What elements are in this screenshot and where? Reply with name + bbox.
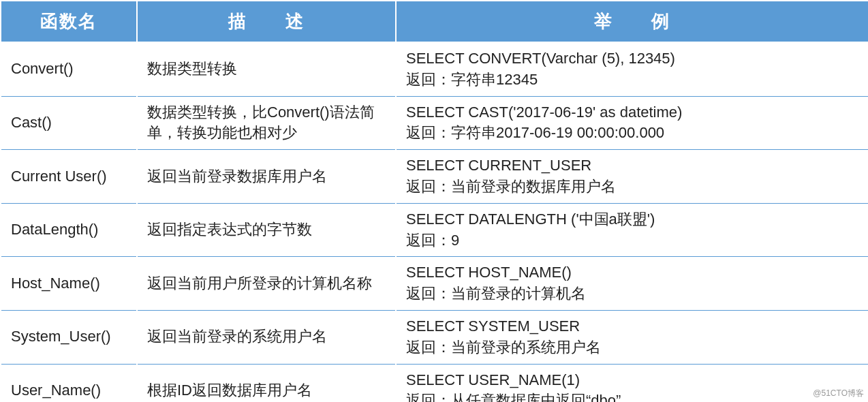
fn-desc: 返回当前登录数据库用户名: [137, 150, 396, 204]
table-row: Cast() 数据类型转换，比Convert()语法简单，转换功能也相对少 SE…: [1, 96, 868, 150]
table-row: Host_Name() 返回当前用户所登录的计算机名称 SELECT HOST_…: [1, 257, 868, 311]
watermark-text: @51CTO博客: [813, 388, 864, 399]
example-line2: 返回：字符串2017-06-19 00:00:00.000: [406, 123, 858, 144]
table-row: Convert() 数据类型转换 SELECT CONVERT(Varchar …: [1, 42, 868, 96]
fn-example: SELECT CAST('2017-06-19' as datetime) 返回…: [396, 96, 868, 150]
example-line2: 返回：9: [406, 230, 858, 251]
example-line1: SELECT HOST_NAME(): [406, 262, 858, 283]
fn-example: SELECT HOST_NAME() 返回：当前登录的计算机名: [396, 257, 868, 311]
example-line1: SELECT CAST('2017-06-19' as datetime): [406, 102, 858, 123]
fn-example: SELECT USER_NAME(1) 返回：从任意数据库中返回“dbo”: [396, 364, 868, 402]
header-example: 举 例: [396, 1, 868, 42]
fn-example: SELECT DATALENGTH ('中国a联盟') 返回：9: [396, 203, 868, 257]
fn-name: User_Name(): [1, 364, 137, 402]
fn-desc: 返回当前登录的系统用户名: [137, 310, 396, 364]
example-line2: 返回：当前登录的系统用户名: [406, 337, 858, 358]
table-row: DataLength() 返回指定表达式的字节数 SELECT DATALENG…: [1, 203, 868, 257]
sql-functions-table: 函数名 描 述 举 例 Convert() 数据类型转换 SELECT CONV…: [0, 0, 868, 402]
fn-example: SELECT CURRENT_USER 返回：当前登录的数据库用户名: [396, 150, 868, 204]
example-line1: SELECT DATALENGTH ('中国a联盟'): [406, 209, 858, 230]
example-line2: 返回：当前登录的计算机名: [406, 283, 858, 305]
example-line1: SELECT CONVERT(Varchar (5), 12345): [406, 48, 858, 69]
fn-example: SELECT CONVERT(Varchar (5), 12345) 返回：字符…: [396, 42, 868, 96]
fn-example: SELECT SYSTEM_USER 返回：当前登录的系统用户名: [396, 310, 868, 364]
fn-desc: 返回当前用户所登录的计算机名称: [137, 257, 396, 311]
example-line1: SELECT SYSTEM_USER: [406, 316, 858, 337]
fn-desc: 返回指定表达式的字节数: [137, 203, 396, 257]
fn-desc: 数据类型转换，比Convert()语法简单，转换功能也相对少: [137, 96, 396, 150]
fn-name: System_User(): [1, 310, 137, 364]
fn-name: DataLength(): [1, 203, 137, 257]
table-row: User_Name() 根据ID返回数据库用户名 SELECT USER_NAM…: [1, 364, 868, 402]
example-line2: 返回：当前登录的数据库用户名: [406, 176, 858, 198]
table-row: Current User() 返回当前登录数据库用户名 SELECT CURRE…: [1, 150, 868, 204]
header-desc: 描 述: [137, 1, 396, 42]
fn-name: Cast(): [1, 96, 137, 150]
table-header-row: 函数名 描 述 举 例: [1, 1, 868, 42]
fn-desc: 数据类型转换: [137, 42, 396, 96]
fn-name: Host_Name(): [1, 257, 137, 311]
header-name: 函数名: [1, 1, 137, 42]
example-line1: SELECT USER_NAME(1): [406, 370, 858, 391]
fn-name: Current User(): [1, 150, 137, 204]
example-line1: SELECT CURRENT_USER: [406, 155, 858, 176]
table-row: System_User() 返回当前登录的系统用户名 SELECT SYSTEM…: [1, 310, 868, 364]
fn-name: Convert(): [1, 42, 137, 96]
example-line2: 返回：字符串12345: [406, 69, 858, 91]
fn-desc: 根据ID返回数据库用户名: [137, 364, 396, 402]
example-line2: 返回：从任意数据库中返回“dbo”: [406, 390, 858, 402]
